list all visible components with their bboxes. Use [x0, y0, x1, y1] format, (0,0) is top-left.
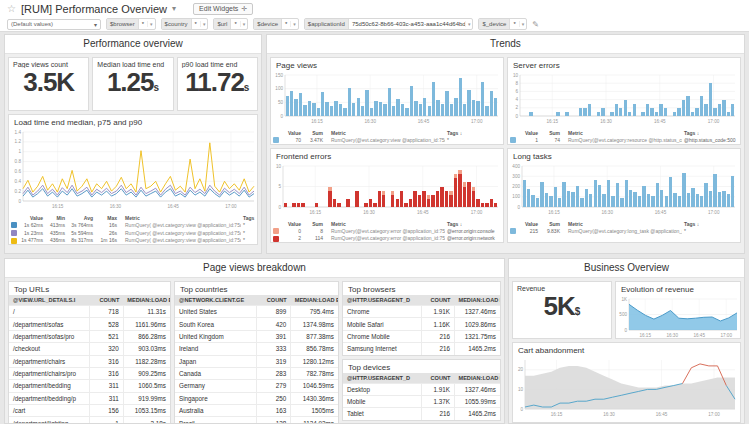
svg-text:0: 0 — [515, 114, 518, 119]
kpi-revenue: Revenue 5K$ — [512, 281, 612, 339]
svg-text:100: 100 — [512, 194, 520, 199]
svg-text:0: 0 — [517, 204, 520, 209]
page-views-bar-chart[interactable]: 05010015016:1516:3016:4517:00 — [271, 71, 501, 125]
variable-value: * — [282, 21, 290, 27]
chart-legend: ValueSumMetricTags ↓703.47KRumQuery(@evt… — [271, 129, 503, 144]
legend-swatch — [11, 230, 17, 236]
svg-text:16:45: 16:45 — [418, 119, 430, 124]
legend-swatch — [11, 238, 17, 244]
revenue-area-chart[interactable]: 05001K16:1516:3016:4517:00 — [616, 295, 740, 339]
table-row[interactable]: United Kingdom391877.38ms — [175, 330, 338, 342]
svg-text:0: 0 — [278, 204, 281, 209]
section-title: Page views breakdown — [203, 262, 306, 273]
section-page-views-breakdown: Page views breakdown Top URLs@VIEW.URL_D… — [4, 258, 505, 424]
variable-chip[interactable]: $url * ▾ — [213, 18, 248, 30]
svg-text:17:00: 17:00 — [720, 333, 732, 338]
table-row[interactable]: United States899795.4ms — [175, 306, 338, 318]
svg-text:200: 200 — [512, 184, 520, 189]
variable-chip[interactable]: $device * ▾ — [253, 18, 299, 30]
svg-text:0: 0 — [624, 328, 627, 333]
preset-label: (Default values) — [11, 21, 53, 27]
kpi-p90-load-time: p90 load time end 11.72s — [177, 57, 258, 111]
svg-text:16:45: 16:45 — [167, 204, 179, 209]
table-row[interactable]: Samsung Internet2161465.2ms — [343, 343, 500, 355]
server-errors-bar-chart[interactable]: 024681016:1516:3016:4517:00 — [508, 71, 738, 125]
table-row[interactable]: South Korea4201374.98ms — [175, 318, 338, 330]
variable-name: $country — [162, 19, 192, 29]
widget-title: Server errors — [508, 58, 740, 71]
table-row[interactable]: Desktop1.91K1327.46ms — [343, 383, 500, 395]
svg-text:400: 400 — [512, 163, 520, 168]
section-header-performance-overview[interactable]: Performance overview — [5, 35, 261, 54]
title-chevron-down-icon[interactable]: ▾ — [172, 4, 176, 13]
table-row[interactable]: /department/bedding3111060.5ms — [9, 380, 170, 392]
table-row[interactable]: Mobile Safari1.16K1029.86ms — [343, 318, 500, 330]
widget-title: Frontend errors — [271, 149, 503, 162]
legend-row: 703.47KRumQuery(@evt.category:view @appl… — [271, 136, 503, 144]
table-row[interactable]: /department/bedding/p311919.99ms — [9, 392, 170, 404]
favorite-star-icon[interactable]: ☆ — [7, 4, 16, 14]
widget-evolution-of-revenue: Evolution of revenue 05001K16:1516:3016:… — [615, 281, 741, 339]
table-row[interactable]: /department/sofas/pro521866.28ms — [9, 330, 170, 342]
table-row[interactable]: Australia1631505ms — [175, 405, 338, 417]
kpi-value: 3.5K — [9, 68, 88, 98]
svg-text:150: 150 — [275, 73, 283, 78]
svg-text:16:15: 16:15 — [52, 204, 64, 209]
table-row[interactable]: /department/chairs3161182.28ms — [9, 355, 170, 367]
table-row[interactable]: /department/chairs/pro316909.25ms — [9, 367, 170, 379]
variable-chip[interactable]: $_device * ▾ — [478, 18, 527, 30]
svg-text:4: 4 — [515, 97, 518, 102]
svg-text:16:30: 16:30 — [600, 119, 612, 124]
load-time-timeseries-chart[interactable]: 00.20.40.60.811.21.416:1516:3016:4517:00 — [9, 128, 257, 210]
edit-variables-pencil-icon[interactable]: ✎ — [532, 20, 539, 29]
table-row[interactable]: Tablet2161465.2ms — [343, 408, 500, 420]
table-row[interactable]: /71811.31s — [9, 306, 170, 318]
table-row[interactable]: Brazil1381124.92ms — [175, 417, 338, 424]
table-row[interactable]: /checkout320903.03ms — [9, 343, 170, 355]
widget-server-errors: Server errors024681016:1516:3016:4517:00… — [507, 57, 741, 145]
trends-grid: Page views05010015016:1516:3016:4517:00V… — [270, 57, 741, 243]
widget-page-views: Page views05010015016:1516:3016:4517:00V… — [270, 57, 504, 145]
frontend-errors-bar-chart[interactable]: 051016:1516:3016:4517:00 — [271, 162, 501, 216]
section-header-business-overview[interactable]: Business Overview — [509, 259, 744, 278]
kpi-median-load-time: Median load time end 1.25s — [92, 57, 173, 111]
variable-value: * — [510, 21, 518, 27]
svg-text:1: 1 — [18, 149, 21, 154]
svg-text:1.4: 1.4 — [15, 130, 22, 135]
edit-widgets-label: Edit Widgets — [199, 5, 238, 12]
cart-abandonment-chart[interactable]: 0102016:1516:3016:4517:00 — [513, 356, 738, 418]
business-top-row: Revenue 5K$ Evolution of revenue 05001K1… — [512, 281, 741, 339]
kpi-page-views-count: Page views count 3.5K — [8, 57, 89, 111]
table-row[interactable]: Germany2791046.59ms — [175, 380, 338, 392]
chevron-down-icon: ▾ — [200, 21, 208, 27]
section-header-trends[interactable]: Trends — [267, 35, 744, 54]
table-row[interactable]: /cart1561053.15ms — [9, 405, 170, 417]
legend-row: 2114RumQuery(@evt.category:error @applic… — [271, 234, 503, 242]
variable-chip[interactable]: $country * ▾ — [161, 18, 209, 30]
table-row[interactable]: Ireland333856.78ms — [175, 343, 338, 355]
legend-row: 2159.83KRumQuery(@evt.category:long_task… — [508, 227, 740, 235]
svg-text:0: 0 — [18, 199, 21, 204]
variable-chip[interactable]: $browser * ▾ — [106, 18, 156, 30]
table-row[interactable]: Canada283782.78ms — [175, 367, 338, 379]
widget-long-tasks: Long tasks010020030040016:1516:3016:4517… — [507, 148, 741, 243]
chevron-down-icon: ▾ — [465, 21, 473, 27]
table-row[interactable]: Japan3191280.12ms — [175, 355, 338, 367]
long-tasks-bar-chart[interactable]: 010020030040016:1516:3016:4517:00 — [508, 162, 738, 216]
svg-text:16:15: 16:15 — [551, 412, 563, 417]
svg-text:20: 20 — [518, 367, 524, 372]
table-row[interactable]: Chrome Mobile2161321.75ms — [343, 330, 500, 342]
widget-top-countries: Top countries@NETWORK.CLIENT.GECOUNTMEDI… — [174, 281, 339, 424]
variable-chip[interactable]: $applicationId 75d50c62-8b66-403c-a453-a… — [304, 18, 474, 30]
table-row[interactable]: Singapore2501430.36ms — [175, 392, 338, 404]
svg-text:17:00: 17:00 — [471, 119, 483, 124]
preset-dropdown[interactable]: (Default values) ▾ — [7, 19, 101, 30]
table-row[interactable]: /department/lighting12.18s — [9, 417, 170, 424]
svg-text:16:45: 16:45 — [654, 119, 666, 124]
table-row[interactable]: /department/sofas5281161.96ms — [9, 318, 170, 330]
edit-widgets-button[interactable]: Edit Widgets ✛ — [193, 3, 253, 15]
table-row[interactable]: Mobile1.37K1055.99ms — [343, 395, 500, 407]
table-row[interactable]: Chrome1.91K1327.46ms — [343, 306, 500, 318]
svg-text:300: 300 — [512, 174, 520, 179]
section-header-page-views-breakdown[interactable]: Page views breakdown — [5, 259, 504, 278]
